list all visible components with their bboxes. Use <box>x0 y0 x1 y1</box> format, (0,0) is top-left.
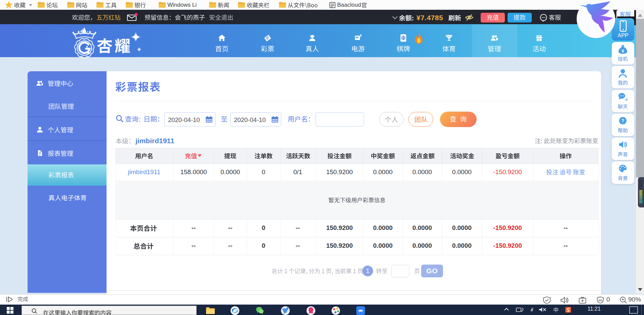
svg-text:?: ? <box>621 118 625 123</box>
svg-text:AD: AD <box>598 299 602 302</box>
svg-text:¥: ¥ <box>621 48 624 53</box>
